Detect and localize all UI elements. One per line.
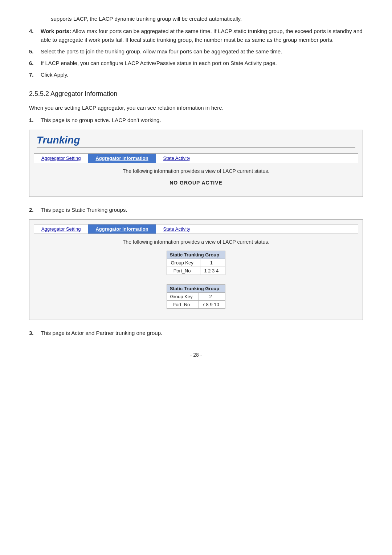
no-group-active: NO GROUP ACTIVE <box>37 178 355 188</box>
tab-aggregator-setting-2[interactable]: Aggregator Setting <box>34 224 88 234</box>
static-group-table-1: Static Trunking Group Group Key 1 Port_N… <box>167 251 226 275</box>
section-heading: 2.5.5.2 Aggregator Information <box>29 90 363 98</box>
group1-header: Static Trunking Group <box>167 251 225 259</box>
trunking-box-1: Trunking Aggregator Setting Aggregator i… <box>29 130 363 197</box>
list-item-7: 7. Click Apply. <box>29 70 363 79</box>
list-num-7: 7. <box>29 70 41 79</box>
trunking-title-divider-1 <box>37 147 355 148</box>
list-content-5: Select the ports to join the trunking gr… <box>41 47 363 56</box>
info-text-2: The following information provides a vie… <box>37 239 355 245</box>
group1-key-label: Group Key <box>167 259 200 267</box>
group1-key-value: 1 <box>200 259 225 267</box>
info-text-1: The following information provides a vie… <box>37 168 355 174</box>
section-description: When you are setting LACP aggregator, yo… <box>29 104 363 112</box>
work-ports-bold: Work ports: <box>41 28 71 34</box>
scenario1-intro: 1. This page is no group active. LACP do… <box>29 116 363 125</box>
group2-header: Static Trunking Group <box>167 285 225 293</box>
list-item-4: 4. Work ports: Allow max four ports can … <box>29 27 363 44</box>
group2-key-label: Group Key <box>167 293 199 301</box>
scenario2-text: This page is Static Trunking groups. <box>41 206 363 214</box>
list-num-4: 4. <box>29 27 41 44</box>
tab-aggregator-info-1[interactable]: Aggregator information <box>88 154 156 163</box>
list-item-5: 5. Select the ports to join the trunking… <box>29 47 363 56</box>
trunking-title-1: Trunking <box>29 130 363 146</box>
list-num-5: 5. <box>29 47 41 56</box>
group2-portno-label: Port_No <box>167 301 199 309</box>
list-item-6: 6. If LACP enable, you can configure LAC… <box>29 59 363 68</box>
list-num-6: 6. <box>29 59 41 68</box>
list-content-6: If LACP enable, you can configure LACP A… <box>41 59 363 68</box>
tab-aggregator-setting-1[interactable]: Aggregator Setting <box>34 154 88 163</box>
tab-state-activity-1[interactable]: State Activity <box>156 154 197 163</box>
intro-leading-text: supports LACP, the LACP dynamic trunking… <box>29 15 363 23</box>
tab-bar-1: Aggregator Setting Aggregator informatio… <box>34 153 358 163</box>
scenario3-intro: 3. This page is Actor and Partner trunki… <box>29 329 363 337</box>
intro-numbered-list: 4. Work ports: Allow max four ports can … <box>29 27 363 79</box>
scenario1-text: This page is no group active. LACP don’t… <box>41 116 363 125</box>
scenario3-num: 3. <box>29 329 41 337</box>
group2-key-value: 2 <box>199 293 225 301</box>
static-groups-wrapper: Static Trunking Group Group Key 1 Port_N… <box>37 248 355 311</box>
trunking-box-2: Aggregator Setting Aggregator informatio… <box>29 219 363 320</box>
list-content-4: Work ports: Allow max four ports can be … <box>41 27 363 44</box>
tab-aggregator-info-2[interactable]: Aggregator information <box>88 224 156 234</box>
group2-portno-value: 7 8 9 10 <box>199 301 225 309</box>
group1-portno-label: Port_No <box>167 267 200 275</box>
static-group-table-2: Static Trunking Group Group Key 2 Port_N… <box>167 284 226 309</box>
scenario2-num: 2. <box>29 206 41 214</box>
tab-state-activity-2[interactable]: State Activity <box>156 224 197 234</box>
tab-bar-2: Aggregator Setting Aggregator informatio… <box>34 224 358 234</box>
trunking-content-1: The following information provides a vie… <box>29 163 363 191</box>
list-content-7: Click Apply. <box>41 70 363 79</box>
scenario3-text: This page is Actor and Partner trunking … <box>41 329 363 337</box>
scenario2-intro: 2. This page is Static Trunking groups. <box>29 206 363 214</box>
page-number: - 28 - <box>29 352 363 358</box>
group1-portno-value: 1 2 3 4 <box>200 267 225 275</box>
trunking-content-2: The following information provides a vie… <box>29 234 363 314</box>
scenario1-num: 1. <box>29 116 41 125</box>
